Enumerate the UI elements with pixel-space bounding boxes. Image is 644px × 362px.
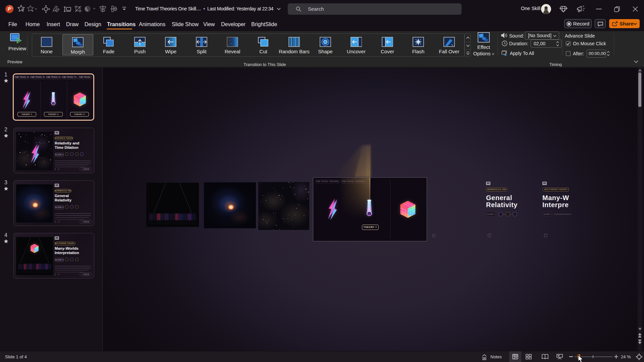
svg-text:P: P bbox=[8, 6, 11, 12]
